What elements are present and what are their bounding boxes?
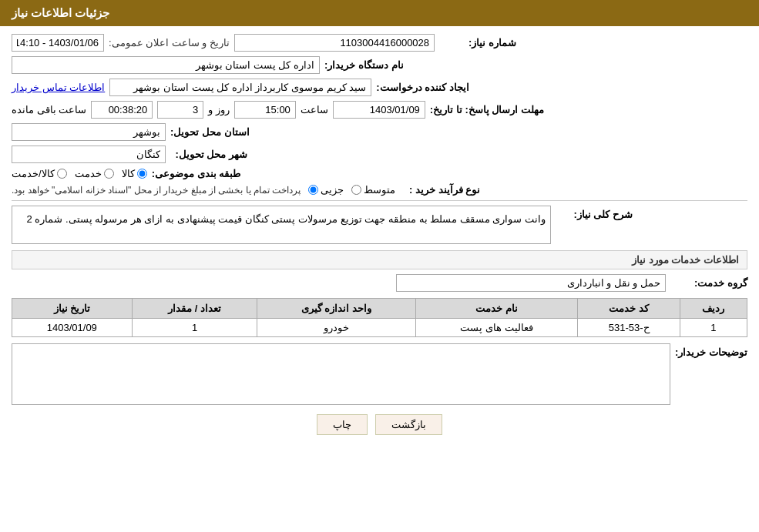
buyer-notes-textarea[interactable]	[12, 343, 670, 405]
announcement-date-input[interactable]	[12, 34, 104, 52]
process-type-row: نوع فرآیند خرید : متوسط جزیی پرداخت تمام…	[12, 184, 747, 196]
delivery-province-row: استان محل تحویل:	[12, 123, 747, 141]
category-radio-group: کالا/خدمت خدمت کالا	[12, 168, 147, 179]
category-kala-item: کالا	[122, 168, 147, 179]
category-label: طبقه بندی موضوعی:	[152, 168, 241, 179]
response-time-input[interactable]	[234, 101, 296, 119]
cell-code: ح-53-531	[578, 319, 680, 337]
buyer-org-row: نام دستگاه خریدار:	[12, 56, 747, 74]
col-name: نام خدمت	[415, 299, 578, 319]
page-header: جزئیات اطلاعات نیاز	[0, 0, 759, 26]
buyer-org-input[interactable]	[12, 56, 320, 74]
delivery-province-input[interactable]	[12, 123, 166, 141]
cell-quantity: 1	[132, 319, 257, 337]
cell-row: 1	[680, 319, 747, 337]
col-date: تاریخ نیاز	[12, 299, 133, 319]
delivery-city-row: شهر محل تحویل:	[12, 146, 747, 163]
col-code: کد خدمت	[578, 299, 680, 319]
category-khadamat-label: خدمت	[75, 168, 102, 179]
need-desc-label: شرح کلی نیاز:	[556, 206, 633, 220]
services-table: ردیف کد خدمت نام خدمت واحد اندازه گیری ت…	[12, 298, 747, 337]
delivery-province-label: استان محل تحویل:	[170, 126, 250, 138]
cell-name: فعالیت های پست	[415, 319, 578, 337]
process-type-label: نوع فرآیند خرید :	[403, 184, 480, 196]
requester-input[interactable]	[109, 79, 371, 96]
process-mottaset-label: متوسط	[364, 184, 395, 196]
buyer-notes-label: توضیحات خریدار:	[675, 343, 747, 358]
process-type-note: پرداخت تمام یا بخشی از مبلغ خریدار از مح…	[12, 185, 301, 196]
service-group-input[interactable]	[396, 274, 666, 292]
need-number-label: شماره نیاز:	[439, 37, 516, 49]
action-buttons: بازگشت چاپ	[12, 414, 747, 435]
back-button[interactable]: بازگشت	[375, 414, 442, 435]
page-title: جزئیات اطلاعات نیاز	[12, 6, 109, 19]
process-jozi-item: جزیی	[308, 184, 344, 196]
category-kala-radio[interactable]	[137, 169, 147, 179]
category-khadamat-item: خدمت	[75, 168, 114, 179]
process-mottaset-item: متوسط	[351, 184, 395, 196]
response-days-input[interactable]	[157, 101, 203, 119]
col-qty: تعداد / مقدار	[132, 299, 257, 319]
cell-date: 1403/01/09	[12, 319, 133, 337]
response-remaining-label: ساعت باقی مانده	[12, 104, 86, 115]
category-kala-label: کالا	[122, 168, 135, 179]
process-jozi-label: جزیی	[321, 184, 344, 196]
col-unit: واحد اندازه گیری	[257, 299, 415, 319]
cell-unit: خودرو	[257, 319, 415, 337]
category-row: طبقه بندی موضوعی: کالا/خدمت خدمت کالا	[12, 168, 747, 179]
buyer-notes-row: توضیحات خریدار:	[12, 343, 747, 405]
announcement-date-label: تاریخ و ساعت اعلان عمومی:	[109, 37, 230, 49]
need-desc-box: وانت سواری مسقف مسلط به منطقه جهت توزیع …	[12, 206, 551, 244]
response-time-label: ساعت	[301, 104, 328, 115]
response-deadline-label: مهلت ارسال پاسخ: تا تاریخ:	[430, 104, 544, 115]
col-row: ردیف	[680, 299, 747, 319]
category-kala-khadamat-item: کالا/خدمت	[12, 168, 67, 179]
service-group-row: گروه خدمت:	[12, 274, 747, 292]
requester-row: ایجاد کننده درخواست: اطلاعات تماس خریدار	[12, 79, 747, 96]
print-button[interactable]: چاپ	[317, 414, 368, 435]
need-number-row: شماره نیاز: تاریخ و ساعت اعلان عمومی:	[12, 34, 747, 52]
need-desc-row: شرح کلی نیاز: وانت سواری مسقف مسلط به من…	[12, 206, 747, 244]
response-deadline-row: مهلت ارسال پاسخ: تا تاریخ: ساعت روز و سا…	[12, 101, 747, 119]
buyer-org-label: نام دستگاه خریدار:	[324, 59, 404, 71]
delivery-city-input[interactable]	[12, 146, 166, 163]
contact-info-link[interactable]: اطلاعات تماس خریدار	[12, 82, 105, 93]
category-kala-khadamat-label: کالا/خدمت	[12, 168, 55, 179]
service-group-label: گروه خدمت:	[670, 277, 747, 289]
category-kala-khadamat-radio[interactable]	[57, 169, 67, 179]
requester-label: ایجاد کننده درخواست:	[376, 82, 469, 93]
response-remaining-input[interactable]	[91, 101, 153, 119]
process-mottaset-radio[interactable]	[351, 185, 361, 195]
delivery-city-label: شهر محل تحویل:	[170, 149, 247, 160]
process-jozi-radio[interactable]	[308, 185, 318, 195]
category-khadamat-radio[interactable]	[104, 169, 114, 179]
response-days-label: روز و	[208, 104, 230, 115]
need-number-input[interactable]	[234, 34, 435, 52]
response-date-input[interactable]	[333, 101, 425, 119]
table-row: 1ح-53-531فعالیت های پستخودرو11403/01/09	[12, 319, 747, 337]
services-section-header: اطلاعات خدمات مورد نیاز	[12, 250, 747, 269]
